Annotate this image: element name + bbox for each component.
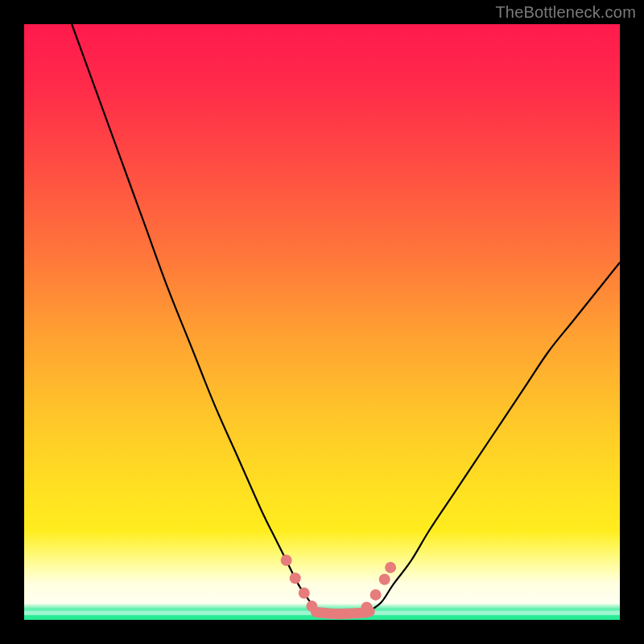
chart-svg: [24, 24, 620, 620]
left-curve-path: [72, 24, 316, 611]
data-marker: [385, 562, 396, 573]
data-marker: [299, 588, 310, 599]
valley-floor-path: [316, 612, 370, 614]
data-marker: [306, 601, 317, 612]
watermark-text: TheBottleneck.com: [495, 3, 636, 22]
right-curve-path: [369, 262, 620, 611]
curve-layer: [72, 24, 620, 614]
data-marker: [281, 555, 292, 566]
data-marker: [290, 572, 301, 584]
chart-frame: TheBottleneck.com: [0, 0, 644, 644]
data-marker: [379, 574, 390, 585]
data-marker: [370, 589, 382, 601]
data-marker: [361, 602, 373, 613]
